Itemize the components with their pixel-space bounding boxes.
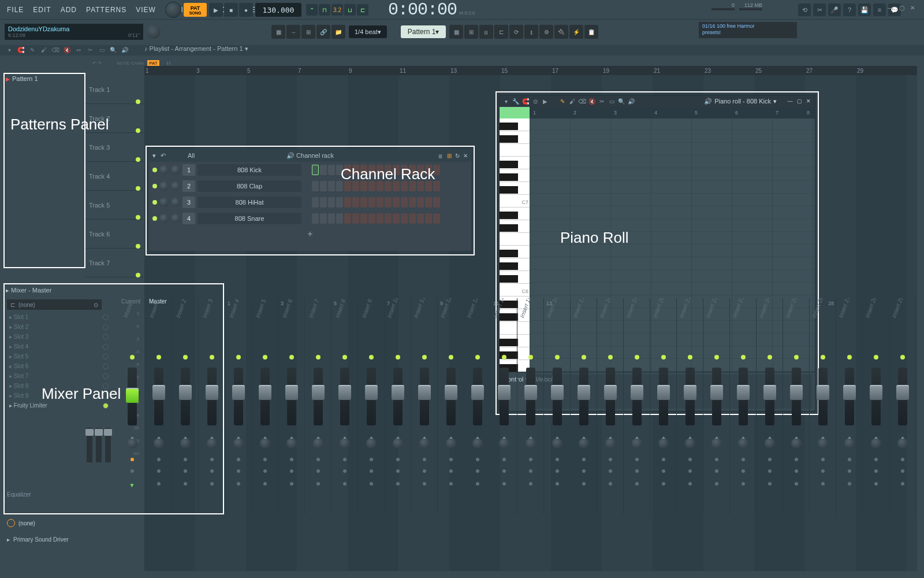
- pl-btn-9[interactable]: ⚡: [569, 25, 583, 39]
- mixer-mute-led[interactable]: [263, 355, 267, 360]
- cr-view-icon[interactable]: ⊞: [447, 153, 452, 159]
- channel-name[interactable]: 808 Snare: [198, 213, 301, 224]
- pr-draw-icon[interactable]: ✎: [558, 97, 567, 105]
- pr-mute-icon[interactable]: 🔇: [588, 97, 596, 105]
- black-key[interactable]: [500, 123, 518, 130]
- mixer-mute-led[interactable]: [874, 355, 878, 360]
- mixer-pan-knob[interactable]: [632, 438, 642, 449]
- view-piano-icon[interactable]: ⊞: [301, 25, 315, 39]
- mixer-fader-cap[interactable]: [392, 385, 404, 400]
- step-button[interactable]: [352, 197, 359, 208]
- step-button[interactable]: [360, 197, 367, 208]
- mixer-fader-cap[interactable]: [684, 385, 696, 400]
- pl-tool-brush[interactable]: 🖌: [39, 45, 49, 54]
- mixer-fx-enable[interactable]: [556, 458, 559, 461]
- mixer-send-dot[interactable]: [423, 469, 426, 473]
- track-mute-led[interactable]: [136, 186, 140, 191]
- view-link-icon[interactable]: 🔗: [316, 25, 330, 39]
- mixer-track[interactable]: Insert 7: [305, 298, 331, 514]
- mixer-route-dot[interactable]: [184, 482, 187, 486]
- pr-select-icon[interactable]: ▭: [608, 97, 616, 105]
- mixer-pan-knob[interactable]: [871, 438, 881, 449]
- countdown-icon[interactable]: ⊓: [319, 4, 330, 16]
- mixer-fader-cap[interactable]: [604, 385, 617, 400]
- channel-name[interactable]: 808 Kick: [198, 164, 301, 176]
- step-button[interactable]: [320, 165, 327, 175]
- mixer-fx-enable[interactable]: [210, 458, 214, 461]
- mixer-mute-led[interactable]: [342, 355, 347, 360]
- mixer-send-dot[interactable]: [449, 469, 453, 473]
- mixer-route-dot[interactable]: [263, 482, 267, 486]
- pr-play-icon[interactable]: ▶: [541, 97, 549, 105]
- mixer-mute-led[interactable]: [635, 355, 639, 360]
- mixer-pan-knob[interactable]: [765, 438, 775, 449]
- mixer-route-dot[interactable]: [316, 482, 320, 486]
- channel-vol-knob[interactable]: [171, 165, 180, 175]
- pr-playback-icon[interactable]: 🔊: [627, 97, 635, 105]
- mixer-mute-led[interactable]: [767, 355, 772, 360]
- track-mute-led[interactable]: [136, 157, 140, 162]
- channel-mute-led[interactable]: [152, 216, 157, 221]
- fx-slot[interactable]: ▸ Slot 5: [7, 351, 111, 361]
- mixer-mute-led[interactable]: [475, 355, 480, 360]
- mixer-fx-enable[interactable]: [901, 458, 904, 461]
- mixer-fx-enable[interactable]: [742, 458, 745, 461]
- cut-icon[interactable]: ✂: [813, 3, 826, 16]
- mixer-track[interactable]: Insert 21: [677, 298, 703, 514]
- step-button[interactable]: [328, 197, 335, 208]
- mixer-pan-knob[interactable]: [260, 438, 270, 449]
- cr-undo-icon[interactable]: ↶: [161, 152, 166, 160]
- pr-zoom-icon[interactable]: 🔍: [617, 97, 625, 105]
- mixer-pan-knob[interactable]: [897, 438, 908, 449]
- black-key[interactable]: [500, 250, 518, 257]
- menu-add[interactable]: ADD: [56, 6, 81, 14]
- mixer-track[interactable]: Insert 2: [172, 298, 199, 514]
- mixer-track[interactable]: Insert 8: [331, 298, 358, 514]
- mixer-route-dot[interactable]: [396, 482, 400, 486]
- mixer-mute-led[interactable]: [794, 355, 799, 360]
- track-header[interactable]: Track 7: [85, 249, 143, 277]
- step-button[interactable]: [385, 213, 392, 224]
- step-button[interactable]: [336, 197, 343, 208]
- step-button[interactable]: [320, 197, 327, 208]
- mixer-send-dot[interactable]: [131, 469, 134, 473]
- mixer-mute-led[interactable]: [422, 355, 427, 360]
- mixer-send-dot[interactable]: [688, 469, 692, 473]
- channel-pan-knob[interactable]: [159, 181, 169, 191]
- mixer-fx-enable[interactable]: [768, 458, 772, 461]
- mixer-fx-enable[interactable]: [529, 458, 532, 461]
- fx-slot[interactable]: ▸ Slot 1: [7, 312, 111, 322]
- mixer-route-dot[interactable]: [157, 482, 161, 486]
- mixer-send-dot[interactable]: [635, 469, 639, 473]
- mixer-fader-cap[interactable]: [870, 385, 882, 400]
- mixer-route-dot[interactable]: [237, 482, 240, 486]
- pl-tool-mute[interactable]: 🔇: [62, 45, 72, 54]
- mixer-send-dot[interactable]: [609, 469, 612, 473]
- track-mute-led[interactable]: [136, 99, 140, 104]
- mixer-pan-knob[interactable]: [207, 438, 217, 449]
- mixer-pan-knob[interactable]: [419, 438, 430, 449]
- pattern-list-item[interactable]: ▶Pattern 1: [6, 75, 38, 82]
- track-header[interactable]: Track 6: [85, 220, 143, 249]
- mixer-pan-knob[interactable]: [472, 438, 483, 449]
- pl-tool-magnet[interactable]: 🧲: [16, 45, 25, 54]
- channel-number[interactable]: 2: [182, 180, 195, 192]
- mixer-fx-enable[interactable]: [157, 458, 161, 461]
- track-mute-led[interactable]: [136, 215, 140, 220]
- mixer-pan-knob[interactable]: [313, 438, 323, 449]
- mixer-send-dot[interactable]: [556, 469, 559, 473]
- track-header[interactable]: Track 4: [85, 162, 143, 191]
- mixer-route-dot[interactable]: [821, 482, 825, 486]
- mixer-fader-cap[interactable]: [471, 385, 484, 400]
- step-button[interactable]: [368, 213, 375, 224]
- channel-mute-led[interactable]: [152, 184, 157, 188]
- tempo-display[interactable]: 130.000: [255, 3, 301, 17]
- mixer-route-dot[interactable]: [742, 482, 745, 486]
- mixer-pan-knob[interactable]: [605, 438, 616, 449]
- fx-slot-led[interactable]: [103, 354, 109, 360]
- track-header[interactable]: Track 3: [85, 133, 143, 162]
- mixer-track[interactable]: Insert 29: [889, 298, 916, 514]
- mixer-track[interactable]: Insert 10: [385, 298, 411, 514]
- step-button[interactable]: [417, 197, 424, 208]
- mixer-route-dot[interactable]: [582, 482, 586, 486]
